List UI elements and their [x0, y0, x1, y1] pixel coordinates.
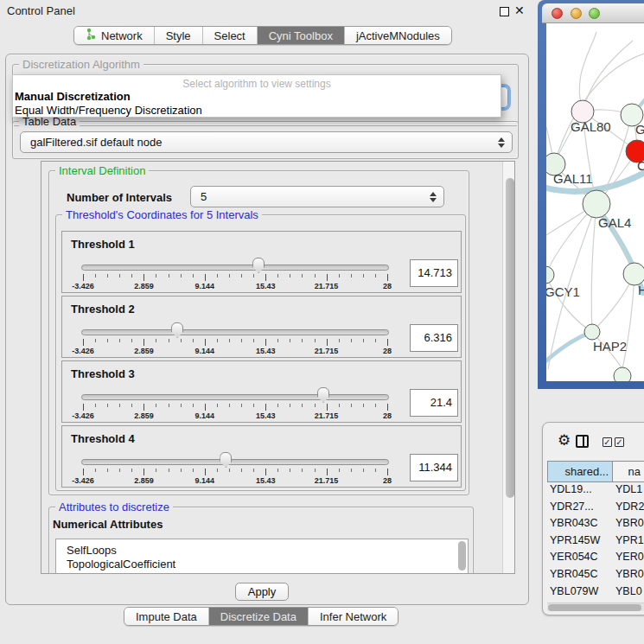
horizontal-scrollbar[interactable]	[547, 603, 644, 611]
tick-label: -3.426	[72, 347, 94, 355]
float-window-icon[interactable]	[500, 7, 509, 16]
table-cell[interactable]: YBR0	[615, 517, 644, 529]
threshold-3-slider-thumb[interactable]	[317, 387, 329, 403]
threshold-coordinates-group: Threshold's Coordinates for 5 Intervals …	[55, 214, 466, 491]
tick-label: 21.715	[315, 411, 339, 420]
thick-edges	[546, 99, 644, 362]
threshold-2-slider-track[interactable]	[81, 329, 389, 335]
tab-select[interactable]: Select	[203, 27, 258, 44]
table-data-combo[interactable]: galFiltered.sif default node	[20, 131, 513, 153]
popup-option-equal-width-frequency[interactable]: Equal Width/Frequency Discretization	[15, 104, 202, 117]
zoom-traffic-light-icon[interactable]	[589, 8, 600, 19]
slider-tick-labels: -3.4262.8599.14415.4321.71528	[83, 347, 387, 356]
table-cell[interactable]: YBR045C	[550, 568, 613, 580]
threshold-3-value-field[interactable]: 21.4	[410, 389, 458, 417]
popup-option-manual-discretization[interactable]: Manual Discretization	[15, 90, 131, 103]
gear-icon[interactable]: ⚙	[558, 431, 571, 450]
tab-cyni-toolbox[interactable]: Cyni Toolbox	[258, 27, 345, 44]
tick-label: -3.426	[72, 411, 94, 420]
tab-impute-data[interactable]: Impute Data	[124, 608, 209, 625]
network-node[interactable]	[614, 367, 631, 381]
vertical-scrollbar-thumb[interactable]	[506, 178, 514, 498]
number-of-intervals-value: 5	[191, 190, 428, 203]
threshold-4-slider-thumb[interactable]	[220, 452, 232, 468]
threshold-2-value-field[interactable]: 6.316	[410, 324, 458, 352]
column-layout-icon[interactable]	[576, 435, 589, 448]
vertical-scrollbar[interactable]	[502, 162, 515, 574]
tab-network[interactable]: Network	[74, 27, 155, 44]
threshold-4-value-field[interactable]: 11.344	[410, 454, 458, 481]
tick-label: 21.715	[315, 282, 339, 290]
column-header-name[interactable]: na	[613, 462, 644, 481]
table-cell[interactable]: YDR27...	[550, 501, 613, 513]
network-node-gcy1[interactable]	[546, 266, 554, 284]
tick-label: 2.859	[134, 476, 154, 485]
table-row[interactable]: YBR043CYBR0	[547, 517, 644, 533]
table-cell[interactable]: YDR2	[615, 501, 644, 513]
number-of-intervals-label: Number of Intervals	[67, 191, 172, 204]
tick-label: 28	[383, 282, 392, 290]
slider-ticks	[83, 469, 387, 475]
table-cell[interactable]: YDL1	[615, 483, 642, 495]
slider-tick-labels: -3.4262.8599.14415.4321.71528	[83, 411, 387, 421]
tab-infer-network[interactable]: Infer Network	[309, 608, 398, 625]
close-icon[interactable]: ✕	[514, 3, 525, 17]
threshold-4-slider-track[interactable]	[81, 459, 389, 465]
table-cell[interactable]: YDL19...	[550, 483, 613, 495]
threshold-label: Threshold 1	[71, 238, 135, 251]
tab-discretize-data[interactable]: Discretize Data	[209, 608, 309, 625]
tab-jactivemnodules[interactable]: jActiveMNodules	[345, 27, 451, 44]
slider-ticks	[83, 274, 387, 281]
table-cell[interactable]: YER0	[615, 551, 644, 563]
tick-label: -3.426	[72, 282, 94, 290]
network-window-titlebar[interactable]	[542, 3, 644, 23]
table-cell[interactable]: YBR043C	[550, 517, 613, 529]
table-row[interactable]: YPR145WYPR1	[547, 534, 644, 551]
threshold-3-slider-track[interactable]	[81, 394, 389, 400]
tab-style[interactable]: Style	[155, 27, 203, 44]
network-node-hap2[interactable]	[584, 324, 600, 340]
number-of-intervals-combo[interactable]: 5	[190, 186, 444, 207]
attribute-item[interactable]: BetweennessCentrality	[67, 571, 182, 574]
table-row[interactable]: YBL079WYBL0	[547, 585, 644, 602]
checkbox-checked-icon[interactable]: ✓	[615, 437, 624, 447]
table-row[interactable]: YDL19...YDL1	[547, 483, 644, 500]
slider-ticks	[83, 339, 387, 346]
table-cell[interactable]: YBL079W	[550, 585, 613, 597]
interval-definition-group: Interval Definition Number of Intervals …	[48, 170, 469, 495]
attribute-item[interactable]: SelfLoops	[67, 544, 117, 557]
table-cell[interactable]: YBR0	[615, 568, 644, 580]
apply-button[interactable]: Apply	[235, 583, 289, 601]
table-cell[interactable]: YER054C	[550, 551, 613, 563]
bottom-tab-bar: Impute DataDiscretize DataInfer Network	[124, 607, 399, 626]
table-cell[interactable]: YBL0	[615, 585, 642, 597]
checkbox-checked-icon[interactable]: ✓	[603, 437, 612, 447]
network-node-gal4[interactable]	[583, 190, 610, 218]
table-cell[interactable]: YPR145W	[550, 534, 613, 546]
threshold-1-slider-thumb[interactable]	[252, 258, 265, 273]
minimize-traffic-light-icon[interactable]	[571, 8, 582, 19]
threshold-label: Threshold 3	[71, 367, 135, 380]
table-row[interactable]: YDR27...YDR2	[547, 501, 644, 517]
popup-hint: Select algorithm to view settings	[13, 78, 501, 90]
table-row[interactable]: YER054CYER0	[547, 551, 644, 567]
slider-tick-labels: -3.4262.8599.14415.4321.71528	[83, 476, 387, 486]
table-cell[interactable]: YPR1	[615, 534, 644, 546]
threshold-1-value-field[interactable]: 14.713	[410, 259, 458, 287]
tick-label: 9.144	[195, 282, 215, 290]
threshold-1-slider-track[interactable]	[81, 265, 389, 271]
close-traffic-light-icon[interactable]	[552, 8, 563, 19]
attributes-scrollbar-thumb[interactable]	[458, 541, 466, 571]
attributes-list: SelfLoopsTopologicalCoefficientBetweenne…	[55, 539, 469, 574]
horizontal-scrollbar-thumb[interactable]	[548, 604, 641, 611]
table-row[interactable]: YBR045CYBR0	[547, 568, 644, 584]
threshold-1-panel: Threshold 1 -3.4262.8599.14415.4321.7152…	[61, 231, 462, 293]
group-title: Discretization Algorithm	[19, 58, 143, 71]
group-title: Attributes to discretize	[55, 501, 173, 513]
column-header-shared-name[interactable]: shared...	[548, 462, 613, 481]
tick-label: 15.43	[256, 347, 276, 355]
attribute-item[interactable]: TopologicalCoefficient	[67, 558, 175, 571]
network-canvas[interactable]: GAL80GACGAL11GAL4GCY1HHAP2	[546, 23, 644, 381]
stepper-icon	[428, 192, 437, 202]
threshold-2-slider-thumb[interactable]	[171, 322, 183, 338]
